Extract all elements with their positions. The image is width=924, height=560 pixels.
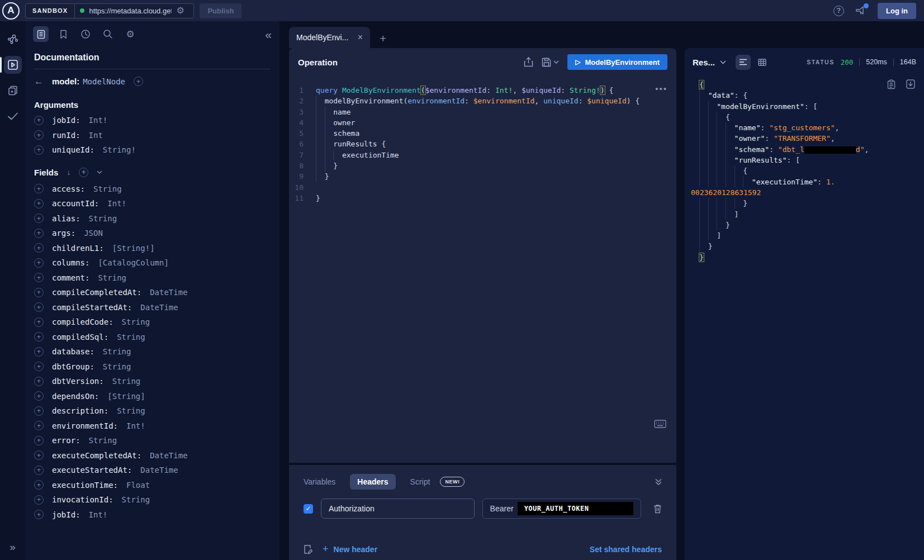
new-header-button[interactable]: + New header [323, 543, 377, 555]
schema-graph-icon[interactable] [4, 30, 22, 48]
new-tab-button[interactable]: + [380, 32, 386, 44]
sort-fields-icon[interactable]: ↓ [67, 168, 70, 177]
field-type[interactable]: String [89, 214, 117, 223]
add-field-button[interactable]: + [34, 391, 44, 401]
field-type[interactable]: Float [126, 481, 150, 490]
edit-headers-document-icon[interactable] [304, 544, 312, 554]
field-type[interactable]: String [117, 333, 145, 341]
add-field-button[interactable]: + [34, 421, 44, 430]
bottom-tab-script[interactable]: Script [410, 477, 430, 486]
field-type[interactable]: String [98, 273, 126, 282]
add-field-button[interactable]: + [34, 480, 44, 490]
bottom-tab-variables[interactable]: Variables [304, 477, 335, 486]
graphql-editor[interactable]: 1query ModelByEnvironment($environmentId… [289, 85, 676, 203]
set-shared-headers-link[interactable]: Set shared headers [590, 545, 662, 554]
checks-icon[interactable] [4, 107, 22, 125]
back-arrow-icon[interactable]: ← [34, 77, 44, 86]
field-type[interactable]: String [122, 317, 150, 326]
collapse-bottom-panel-icon[interactable] [655, 478, 662, 486]
delete-header-icon[interactable] [653, 504, 662, 514]
history-icon[interactable] [78, 26, 93, 42]
add-field-button[interactable]: + [34, 377, 44, 386]
add-field-button[interactable]: + [34, 229, 44, 238]
explorer-settings-gear-icon[interactable]: ⚙ [122, 26, 138, 42]
field-type[interactable]: [String!] [112, 244, 155, 253]
add-field-button[interactable]: + [34, 288, 44, 297]
add-model-field-button[interactable]: + [134, 77, 143, 86]
add-field-button[interactable]: + [34, 406, 44, 416]
add-field-button[interactable]: + [34, 184, 44, 193]
documentation-tab-icon[interactable] [33, 26, 49, 42]
field-type[interactable]: String [89, 436, 117, 445]
field-type[interactable]: DateTime [140, 303, 178, 312]
add-field-button[interactable]: + [34, 347, 44, 357]
add-all-fields-button[interactable]: + [79, 168, 88, 177]
field-type[interactable]: String [112, 377, 141, 386]
add-field-button[interactable]: + [34, 258, 44, 268]
field-type[interactable]: String [103, 362, 131, 371]
download-response-icon[interactable] [906, 79, 915, 89]
collapse-doc-panel-icon[interactable]: « [265, 29, 272, 40]
add-field-button[interactable]: + [34, 273, 44, 282]
help-icon[interactable]: ? [833, 6, 844, 16]
field-type[interactable]: Int! [126, 421, 145, 430]
publish-button[interactable]: Publish [200, 3, 241, 18]
add-field-button[interactable]: + [34, 116, 44, 125]
field-type[interactable]: String! [103, 145, 136, 154]
field-type[interactable]: DateTime [150, 451, 187, 460]
add-field-button[interactable]: + [34, 243, 44, 253]
copy-response-icon[interactable] [887, 79, 895, 89]
header-key-input[interactable]: Authorization [321, 499, 475, 519]
field-type[interactable]: Int! [89, 116, 108, 125]
field-type[interactable]: String [93, 184, 122, 193]
add-field-button[interactable]: + [34, 510, 44, 519]
add-field-button[interactable]: + [34, 450, 44, 460]
field-type[interactable]: String [122, 495, 150, 504]
endpoint-url-input[interactable]: https://metadata.cloud.get [89, 7, 172, 15]
field-type[interactable]: [CatalogColumn] [98, 258, 168, 267]
field-type[interactable]: String [103, 347, 131, 356]
explorer-nav-icon[interactable] [4, 56, 22, 74]
field-type[interactable]: DateTime [150, 288, 187, 297]
add-field-button[interactable]: + [34, 495, 44, 505]
add-field-button[interactable]: + [34, 145, 44, 155]
add-field-button[interactable]: + [34, 436, 44, 445]
login-button[interactable]: Log in [878, 3, 916, 19]
field-type[interactable]: [String] [107, 392, 145, 401]
header-value-input[interactable]: Bearer YOUR_AUTH_TOKEN [482, 499, 641, 519]
field-type[interactable]: String [117, 406, 145, 415]
changelog-diff-icon[interactable] [4, 82, 22, 99]
add-field-button[interactable]: + [34, 213, 44, 223]
field-type[interactable]: Int! [107, 199, 126, 208]
search-icon[interactable] [100, 26, 116, 42]
add-field-button[interactable]: + [34, 302, 44, 312]
run-operation-button[interactable]: ▷ ModelByEnvironment [567, 54, 667, 70]
close-tab-icon[interactable]: × [358, 33, 363, 42]
add-field-button[interactable]: + [34, 466, 44, 475]
add-field-button[interactable]: + [34, 317, 44, 327]
save-options-chevron-icon[interactable] [553, 60, 559, 64]
apollo-logo-icon[interactable]: A [2, 2, 20, 20]
add-field-button[interactable]: + [34, 199, 44, 208]
field-type[interactable]: DateTime [140, 466, 178, 474]
operation-tab[interactable]: ModelByEnvi... × [289, 27, 370, 48]
expand-rail-icon[interactable]: » [0, 541, 25, 553]
header-enabled-checkbox[interactable]: ✓ [304, 504, 313, 514]
add-field-button[interactable]: + [34, 130, 44, 140]
saved-operations-bookmark-icon[interactable] [55, 26, 71, 42]
field-type[interactable]: JSON [84, 229, 103, 238]
editor-more-menu[interactable]: ••• [655, 84, 667, 93]
fields-options-chevron-icon[interactable] [97, 170, 102, 174]
response-title-chevron-icon[interactable] [720, 60, 726, 64]
add-field-button[interactable]: + [34, 362, 44, 371]
bottom-tab-headers[interactable]: Headers [350, 474, 395, 490]
announcements-megaphone-icon[interactable] [855, 6, 866, 16]
doc-field-type-link[interactable]: ModelNode [83, 77, 125, 86]
save-operation-icon[interactable] [542, 58, 551, 67]
table-view-icon[interactable] [755, 55, 770, 70]
field-type[interactable]: Int! [89, 510, 108, 519]
keyboard-shortcuts-icon[interactable] [654, 420, 666, 428]
add-field-button[interactable]: + [34, 332, 44, 341]
raw-view-icon[interactable] [736, 55, 751, 70]
connection-settings-gear-icon[interactable]: ⚙ [176, 6, 184, 15]
